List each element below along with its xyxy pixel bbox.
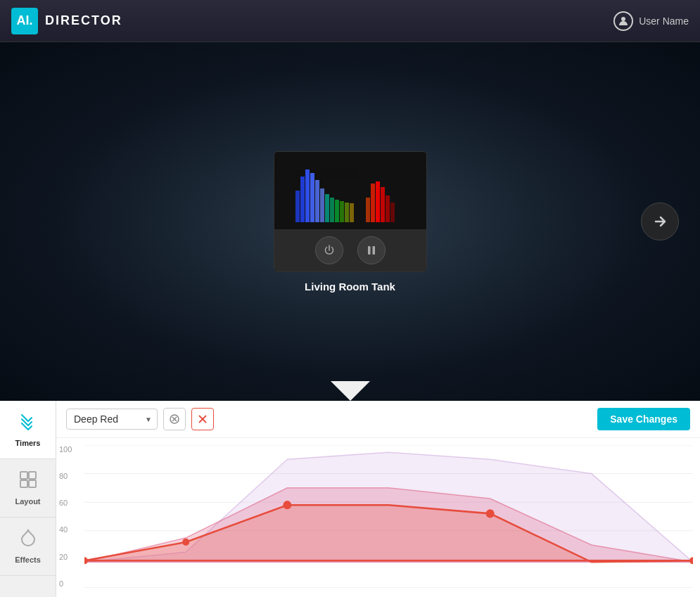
- chart-area: Deep Red Red Blue Royal Blue White UV: [56, 401, 700, 597]
- svg-rect-9: [330, 198, 334, 222]
- svg-rect-10: [335, 200, 339, 222]
- svg-rect-3: [300, 176, 305, 222]
- svg-rect-22: [20, 472, 27, 479]
- svg-rect-20: [368, 246, 371, 255]
- svg-point-0: [621, 17, 625, 21]
- svg-rect-15: [371, 184, 375, 222]
- header-left: AI. DIRECTOR: [11, 8, 122, 34]
- header-right: User Name: [613, 11, 689, 31]
- svg-rect-14: [366, 198, 370, 222]
- svg-rect-19: [390, 203, 395, 222]
- svg-rect-8: [325, 194, 329, 222]
- logo-text: AI.: [16, 13, 32, 28]
- sidebar-item-layout[interactable]: Layout: [0, 459, 56, 518]
- svg-rect-18: [386, 195, 390, 222]
- chart-container: 100 80 60 40 20 0: [56, 438, 700, 597]
- effects-icon: [19, 529, 37, 551]
- channel-select[interactable]: Deep Red Red Blue Royal Blue White UV: [66, 409, 158, 430]
- sidebar-item-timers-label: Timers: [15, 439, 41, 447]
- svg-rect-21: [372, 246, 375, 255]
- sidebar-item-effects-label: Effects: [15, 556, 41, 564]
- datapoint-4am[interactable]: [182, 539, 189, 546]
- svg-rect-5: [310, 173, 314, 222]
- spectrum-area: [274, 152, 427, 229]
- svg-rect-4: [305, 169, 310, 222]
- tank-name: Living Room Tank: [305, 281, 395, 293]
- app-title: DIRECTOR: [45, 13, 122, 28]
- power-button[interactable]: [315, 236, 343, 264]
- svg-rect-12: [345, 203, 349, 222]
- panel-pointer: [331, 381, 370, 401]
- header: AI. DIRECTOR User Name: [0, 0, 700, 42]
- pause-button[interactable]: [357, 236, 386, 264]
- logo-box: AI.: [11, 8, 38, 34]
- svg-rect-17: [381, 187, 385, 222]
- svg-rect-16: [376, 181, 380, 222]
- save-changes-button[interactable]: Save Changes: [597, 408, 690, 430]
- main-area: Living Room Tank: [0, 42, 700, 401]
- chart-svg: [84, 445, 693, 588]
- svg-rect-25: [29, 480, 36, 487]
- reset-button[interactable]: [163, 408, 186, 430]
- sidebar-item-effects[interactable]: Effects: [0, 518, 56, 576]
- svg-rect-11: [340, 201, 344, 222]
- datapoint-4pm[interactable]: [486, 509, 495, 518]
- spectrum-svg: [274, 152, 427, 229]
- datapoint-12am[interactable]: [84, 557, 88, 564]
- user-icon: [613, 11, 633, 31]
- tank-card: Living Room Tank: [274, 151, 427, 293]
- bottom-panel: Timers Layout Effects: [0, 401, 700, 597]
- svg-rect-2: [295, 191, 300, 222]
- next-button[interactable]: [641, 203, 679, 240]
- sidebar-item-timers[interactable]: Timers: [0, 401, 56, 459]
- tank-display: [274, 151, 427, 272]
- tank-controls: [274, 229, 426, 271]
- user-name: User Name: [639, 15, 689, 27]
- delete-button[interactable]: [191, 408, 214, 430]
- svg-rect-6: [315, 180, 319, 222]
- layout-icon: [19, 470, 37, 493]
- svg-rect-24: [20, 480, 27, 487]
- svg-rect-13: [350, 203, 354, 222]
- sidebar-item-layout-label: Layout: [15, 497, 40, 506]
- svg-rect-23: [29, 472, 36, 479]
- timers-icon: [19, 412, 37, 435]
- sidebar: Timers Layout Effects: [0, 401, 56, 597]
- y-axis-labels: 100 80 60 40 20 0: [59, 445, 72, 588]
- datapoint-end[interactable]: [689, 557, 693, 564]
- svg-rect-7: [320, 188, 324, 222]
- chart-toolbar: Deep Red Red Blue Royal Blue White UV: [56, 401, 700, 438]
- datapoint-8am[interactable]: [283, 501, 291, 509]
- channel-select-wrap[interactable]: Deep Red Red Blue Royal Blue White UV: [66, 409, 158, 430]
